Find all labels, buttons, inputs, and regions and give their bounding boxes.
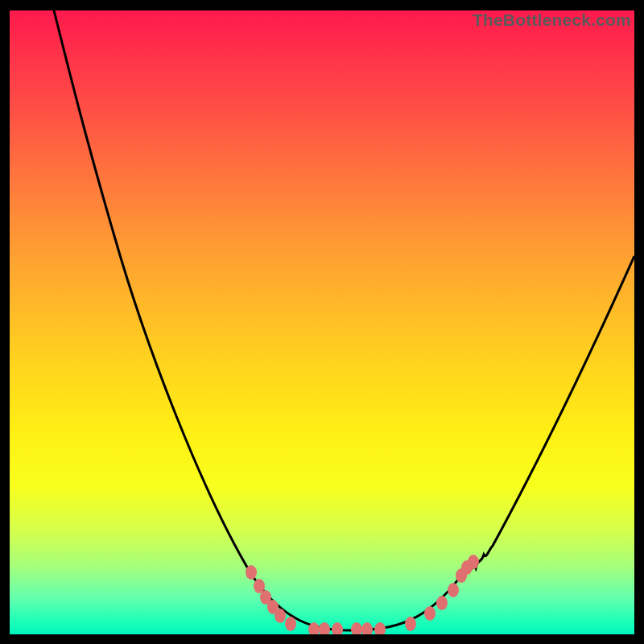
chart-marker <box>275 609 286 623</box>
chart-marker <box>448 583 459 597</box>
chart-marker <box>424 606 436 621</box>
chart-marker <box>332 622 343 634</box>
chart-marker <box>285 617 296 631</box>
chart-marker <box>246 565 257 580</box>
chart-marker <box>405 617 416 631</box>
chart-curve <box>54 10 634 630</box>
chart-marker <box>436 596 448 610</box>
chart-marker <box>468 555 479 569</box>
chart-marker <box>374 622 386 634</box>
chart-marker <box>319 622 330 634</box>
chart-plot-area: TheBottleneck.com <box>10 10 634 634</box>
chart-marker <box>351 622 362 634</box>
chart-svg <box>10 10 634 634</box>
chart-marker <box>361 622 373 634</box>
